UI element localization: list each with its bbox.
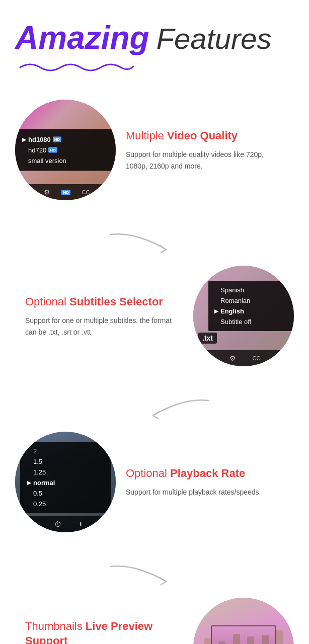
- sub-item-english[interactable]: ▶ English: [214, 306, 288, 316]
- feature-thumbnails: Thumbnails Live Preview Support Live aut…: [15, 598, 294, 644]
- pb-item-2[interactable]: ▶ 2: [27, 446, 104, 456]
- sub-text: Optional Subtitles Selector Support for …: [15, 295, 193, 338]
- thumb-prefix: Thumbnails: [25, 620, 86, 632]
- vq-item-hd1080[interactable]: ▶ hd1080 HD: [22, 134, 109, 145]
- sub-bold: Subtitles Selector: [69, 295, 163, 308]
- thumb-preview-img: [212, 626, 275, 644]
- vq-ctrl-gear: ⚙: [44, 188, 50, 196]
- header-title: Amazing Features: [15, 20, 294, 55]
- feature-video-quality: ▶ hd1080 HD ▶ hd720 HD ▶ small version <…: [15, 100, 294, 200]
- sub-desc: Support for one or multiple subtitles, t…: [25, 315, 183, 338]
- sub-ctrl-hd: HD: [204, 356, 213, 361]
- thumb-text: Thumbnails Live Preview Support Live aut…: [15, 619, 193, 644]
- vq-label-hd1080: hd1080: [28, 136, 51, 143]
- pb-item-1-5[interactable]: ▶ 1.5: [27, 456, 104, 467]
- sub-item-romanian[interactable]: ▶ Romanian: [214, 295, 288, 306]
- pb-controls-bar: </> ⏱ ℹ ↓: [15, 516, 116, 532]
- pb-label-1-5: 1.5: [33, 458, 42, 465]
- vq-item-hd720[interactable]: ▶ hd720 HD: [22, 145, 109, 155]
- pb-label-2: 2: [33, 447, 37, 455]
- sub-ctrl-cc: CC: [253, 355, 261, 361]
- pb-item-normal[interactable]: ▶ normal: [27, 477, 104, 488]
- thumb-label: Thumbnails Live Preview Support: [25, 619, 183, 644]
- playback-circle: ▶ 2 ▶ 1.5 ▶ 1.25 ▶ normal ▶ 0.5: [15, 432, 116, 532]
- sub-controls-bar: HD ⚙ CC ⊙: [193, 350, 294, 366]
- title-amazing: Amazing: [15, 20, 149, 55]
- pb-label-0-25: 0.25: [33, 500, 46, 508]
- sub-label-english: English: [220, 307, 244, 315]
- pb-ctrl-down: ↓: [100, 520, 104, 528]
- thumb-preview-wrapper: 00:59: [193, 598, 294, 644]
- thumbnails-circle: 00:59 ⚙ CC ⊙: [193, 598, 294, 644]
- pb-text: Optional Playback Rate Support for multi…: [116, 466, 294, 498]
- sub-item-spanish[interactable]: ▶ Spanish: [214, 285, 288, 295]
- subtitles-circle: .txt ▶ Spanish ▶ Romanian ▶ English ▶ Su…: [193, 266, 294, 366]
- thumb-preview-card: 00:59: [211, 625, 276, 644]
- title-features: Features: [157, 23, 272, 55]
- arrow-1-pos: [106, 230, 171, 255]
- vq-label-small: small version: [28, 157, 66, 165]
- vq-item-small[interactable]: ▶ small version: [22, 155, 109, 166]
- page-wrapper: Amazing Features ▶ hd1080 HD ▶ hd720: [0, 0, 309, 644]
- sub-txt-badge: .txt: [198, 333, 217, 344]
- arrow-2: [15, 396, 294, 417]
- arrow-1-icon: [106, 230, 171, 253]
- arrow-3: [15, 562, 294, 583]
- arrow-2-icon: [148, 396, 213, 419]
- vq-label: Multiple Video Quality: [126, 129, 284, 143]
- vq-controls-bar: </> ⚙ HD CC ⊙: [15, 184, 116, 200]
- pb-ctrl-code: </>: [27, 521, 36, 528]
- arrow-3-icon: [106, 562, 171, 585]
- vq-ctrl-clock: ⊙: [101, 188, 107, 196]
- sub-prefix: Optional: [25, 295, 69, 308]
- header: Amazing Features: [15, 20, 294, 74]
- arrow-1: [15, 230, 294, 251]
- pb-ctrl-info: ℹ: [80, 521, 82, 528]
- vq-prefix: Multiple: [126, 129, 167, 142]
- pb-item-0-25[interactable]: ▶ 0.25: [27, 499, 104, 509]
- vq-bold: Video Quality: [167, 129, 238, 142]
- underline-squiggle: [15, 58, 294, 74]
- pb-ctrl-clock: ⏱: [54, 520, 61, 528]
- sub-ctrl-gear: ⚙: [229, 354, 236, 362]
- arrow-2-pos: [148, 396, 213, 421]
- vq-text: Multiple Video Quality Support for multi…: [116, 129, 294, 172]
- sub-ctrl-clock: ⊙: [277, 354, 283, 362]
- vq-label-hd720: hd720: [28, 146, 46, 154]
- vq-ctrl-cc: CC: [82, 189, 90, 195]
- pb-item-1-25[interactable]: ▶ 1.25: [27, 467, 104, 477]
- video-quality-circle: ▶ hd1080 HD ▶ hd720 HD ▶ small version <…: [15, 100, 116, 200]
- pb-desc: Support for multiple playback rates/spee…: [126, 487, 284, 498]
- vq-badge-hd720: HD: [48, 147, 57, 153]
- squiggle-icon: [15, 58, 136, 72]
- sub-label-romanian: Romanian: [220, 297, 250, 304]
- sub-label-spanish: Spanish: [220, 286, 244, 294]
- pb-label-1-25: 1.25: [33, 468, 46, 476]
- vq-ctrl-code: </>: [24, 189, 32, 196]
- pb-label-0-5: 0.5: [33, 490, 42, 497]
- arrow-3-pos: [106, 562, 171, 587]
- pb-prefix: Optional: [126, 467, 170, 479]
- pb-label: Optional Playback Rate: [126, 466, 284, 481]
- vq-badge-hd1080: HD: [53, 137, 62, 142]
- pb-label-normal: normal: [33, 479, 55, 487]
- sub-label: Optional Subtitles Selector: [25, 295, 183, 309]
- feature-subtitles: Optional Subtitles Selector Support for …: [15, 266, 294, 366]
- pb-bold: Playback Rate: [170, 467, 245, 479]
- vq-desc: Support for multiple quality videos like…: [126, 149, 284, 172]
- pb-item-0-5[interactable]: ▶ 0.5: [27, 488, 104, 499]
- sub-label-off: Subtitle off: [220, 318, 251, 326]
- vq-ctrl-hd-badge: HD: [61, 190, 70, 195]
- sub-item-off[interactable]: ▶ Subtitle off: [214, 316, 288, 327]
- sub-dropdown: ▶ Spanish ▶ Romanian ▶ English ▶ Subtitl…: [208, 281, 294, 331]
- pb-dropdown: ▶ 2 ▶ 1.5 ▶ 1.25 ▶ normal ▶ 0.5: [20, 442, 111, 513]
- feature-playback: ▶ 2 ▶ 1.5 ▶ 1.25 ▶ normal ▶ 0.5: [15, 432, 294, 532]
